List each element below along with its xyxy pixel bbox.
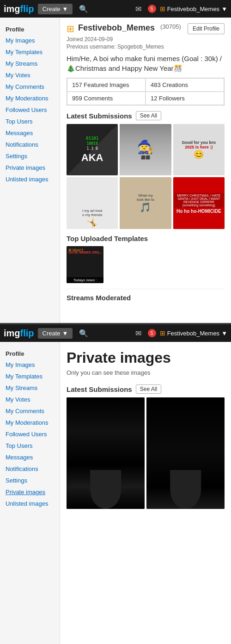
private-image-2[interactable]	[146, 397, 225, 509]
sidebar-item-settings-1[interactable]: Settings	[0, 150, 60, 162]
navbar-2: imgflip Create ▼ 🔍 ✉ 5 ⊞ Festivebob_Meme…	[0, 324, 231, 342]
create-arrow-1: ▼	[62, 6, 68, 12]
stat-comments: 959 Comments	[67, 92, 146, 105]
meme-thumb-wizard[interactable]: 🧙 ⬛⬛	[120, 124, 171, 175]
sidebar-1: Profile My Images My Templates My Stream…	[0, 18, 60, 323]
sidebar-item-unlisted-images-2[interactable]: Unlisted images	[0, 498, 60, 509]
template-thumb-1[interactable]: ⊞ REACT GOOD MEMES ORG... Todays news :	[67, 246, 103, 283]
sidebar-item-messages-2[interactable]: Messages	[0, 452, 60, 463]
notification-badge-1[interactable]: 5	[148, 5, 156, 13]
sidebar-item-messages-1[interactable]: Messages	[0, 127, 60, 139]
meme-thumb-mozart[interactable]: What my look like to 🎵	[120, 177, 171, 229]
sidebar-item-my-moderations-2[interactable]: My Moderations	[0, 417, 60, 428]
edit-profile-button[interactable]: Edit Profile	[188, 23, 225, 34]
page-section-1: Profile My Images My Templates My Stream…	[0, 18, 231, 323]
search-button-2[interactable]: 🔍	[76, 327, 91, 340]
sidebar-item-notifications-2[interactable]: Notifications	[0, 463, 60, 475]
sidebar-item-my-streams-2[interactable]: My Streams	[0, 382, 60, 394]
navbar-username-2: Festivebob_Memes	[167, 330, 219, 337]
private-latest-title: Latest Submissions	[67, 385, 132, 393]
top-templates-title: Top Uploaded Templates	[67, 235, 225, 242]
profile-joined: Joined 2024-09-09	[67, 36, 225, 43]
sidebar-profile-title-2: Profile	[0, 347, 60, 359]
sidebar-item-my-moderations-1[interactable]: My Moderations	[0, 93, 60, 104]
profile-previous-username: Previous username: Spogebob_Memes	[67, 43, 225, 50]
stat-creations: 483 Creations	[146, 78, 224, 92]
stat-followers: 12 Followers	[146, 92, 224, 105]
meme-thumb-homicide[interactable]: MERRY CHRISTMAS, I HATE SANTA I JUST DEA…	[173, 177, 225, 229]
logo-flip-2: flip	[20, 328, 34, 338]
private-images-subtitle: Only you can see these images	[60, 369, 231, 381]
logo-img-1: img	[4, 4, 20, 14]
create-label-1: Create	[43, 6, 61, 12]
sidebar-item-my-images-1[interactable]: My Images	[0, 35, 60, 46]
logo-1[interactable]: imgflip	[4, 4, 34, 14]
stats-box: 157 Featured Images 483 Creations 959 Co…	[67, 78, 225, 105]
user-icon-1: ⊞	[160, 5, 165, 12]
sidebar-item-my-templates-2[interactable]: My Templates	[0, 371, 60, 382]
latest-submissions-header: Latest Submissions See All	[67, 111, 225, 120]
black-blob-2	[146, 397, 225, 509]
sidebar-item-my-streams-1[interactable]: My Streams	[0, 58, 60, 69]
profile-header: ⊞ Festivebob_Memes (30705) Edit Profile	[67, 23, 225, 34]
sidebar-item-followed-users-1[interactable]: Followed Users	[0, 104, 60, 116]
stat-featured: 157 Featured Images	[67, 78, 146, 92]
navbar-1: imgflip Create ▼ 🔍 ✉ 5 ⊞ Festivebob_Meme…	[0, 0, 231, 18]
sidebar-item-private-images-2[interactable]: Private images	[0, 486, 60, 498]
logo-2[interactable]: imgflip	[4, 328, 34, 339]
sidebar-item-my-templates-1[interactable]: My Templates	[0, 46, 60, 58]
sidebar-item-top-users-1[interactable]: Top Users	[0, 116, 60, 127]
streams-moderated-title: Streams Moderated	[67, 289, 225, 302]
user-arrow-1: ▼	[221, 6, 227, 12]
sidebar-item-my-images-2[interactable]: My Images	[0, 359, 60, 371]
private-image-1[interactable]	[67, 397, 145, 509]
user-menu-1[interactable]: ⊞ Festivebob_Memes ▼	[160, 5, 227, 12]
sidebar-item-notifications-1[interactable]: Notifications	[0, 139, 60, 150]
create-button-1[interactable]: Create ▼	[38, 4, 73, 14]
latest-submissions-title: Latest Submissions	[67, 112, 132, 120]
meme-thumb-good[interactable]: Good for you bro 2025 is here :) 😊	[173, 124, 225, 175]
meme-thumb-aka[interactable]: 01101 10010 1.3 B AKA	[67, 124, 118, 175]
logo-flip-1: flip	[20, 4, 34, 14]
sidebar-item-my-votes-2[interactable]: My Votes	[0, 394, 60, 405]
template-grid: ⊞ REACT GOOD MEMES ORG... Todays news :	[67, 246, 225, 283]
notification-badge-2[interactable]: 5	[148, 329, 156, 337]
private-images-grid	[60, 397, 231, 509]
profile-points: (30705)	[160, 23, 181, 30]
sidebar-item-my-votes-1[interactable]: My Votes	[0, 69, 60, 81]
logo-img-2: img	[4, 328, 20, 338]
profile-username: Festivebob_Memes	[78, 23, 155, 33]
main-content-1: ⊞ Festivebob_Memes (30705) Edit Profile …	[60, 18, 231, 323]
see-all-button-1[interactable]: See All	[136, 111, 161, 120]
template-label-1: Todays news :	[67, 277, 103, 283]
sidebar-profile-title-1: Profile	[0, 22, 60, 35]
user-menu-2[interactable]: ⊞ Festivebob_Memes ▼	[160, 329, 227, 337]
sidebar-item-private-images-1[interactable]: Private images	[0, 162, 60, 173]
page-section-2: Profile My Images My Templates My Stream…	[0, 342, 231, 644]
create-button-2[interactable]: Create ▼	[38, 328, 73, 339]
user-icon-2: ⊞	[160, 329, 165, 337]
profile-icon: ⊞	[67, 23, 74, 34]
see-all-button-2[interactable]: See All	[136, 384, 161, 394]
black-blob-1	[67, 397, 145, 509]
private-images-title: Private images	[60, 342, 231, 366]
sidebar-item-followed-users-2[interactable]: Followed Users	[0, 428, 60, 440]
sidebar-2: Profile My Images My Templates My Stream…	[0, 342, 60, 644]
create-arrow-2: ▼	[62, 330, 68, 337]
navbar-username-1: Festivebob_Memes	[167, 6, 219, 12]
mail-icon-2[interactable]: ✉	[133, 327, 144, 340]
create-label-2: Create	[43, 330, 61, 337]
main-content-2: Private images Only you can see these im…	[60, 342, 231, 644]
image-grid-1: 01101 10010 1.3 B AKA 🧙 ⬛⬛ Good for you …	[67, 124, 225, 229]
mail-icon-1[interactable]: ✉	[133, 3, 144, 15]
search-button-1[interactable]: 🔍	[76, 3, 91, 15]
user-arrow-2: ▼	[221, 330, 227, 337]
sidebar-item-my-comments-2[interactable]: My Comments	[0, 405, 60, 417]
profile-bio: Him/He, A boi who make funi memes (Goal …	[67, 54, 225, 73]
section-2: imgflip Create ▼ 🔍 ✉ 5 ⊞ Festivebob_Meme…	[0, 323, 231, 644]
sidebar-item-top-users-2[interactable]: Top Users	[0, 440, 60, 452]
sidebar-item-unlisted-images-1[interactable]: Unlisted images	[0, 173, 60, 185]
meme-thumb-art[interactable]: I my art look o my friends 🤸	[67, 177, 118, 229]
sidebar-item-my-comments-1[interactable]: My Comments	[0, 81, 60, 93]
sidebar-item-settings-2[interactable]: Settings	[0, 475, 60, 486]
